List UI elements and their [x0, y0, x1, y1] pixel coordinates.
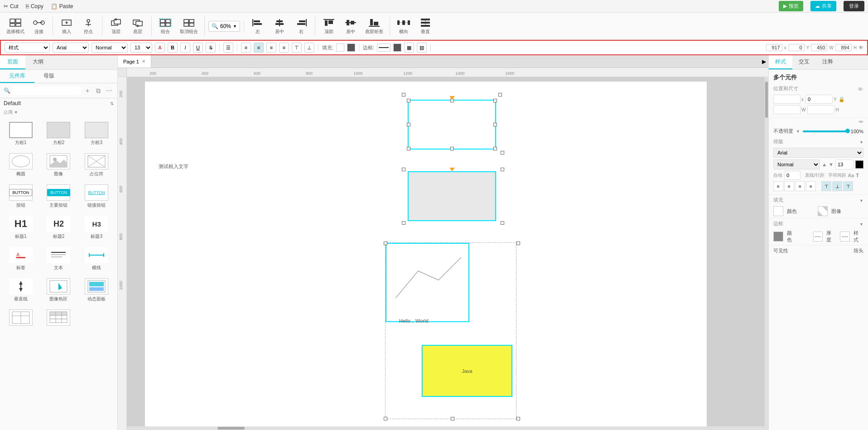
align-right-button[interactable]: 右	[291, 16, 311, 36]
component-box1[interactable]: 方框1	[4, 120, 38, 148]
fill-empty-box[interactable]	[336, 43, 344, 52]
align-top-button[interactable]: 顶部	[319, 16, 339, 36]
inner-box-yellow[interactable]: Java	[422, 345, 512, 397]
style-select[interactable]: 样式	[5, 43, 50, 53]
search-input[interactable]	[12, 87, 81, 95]
text-valign-btm-btn[interactable]: ⊤	[843, 181, 853, 191]
h-input[interactable]	[807, 105, 834, 114]
text-align-left-btn[interactable]: ≡	[773, 181, 783, 191]
right-tab-style[interactable]: 样式	[769, 55, 792, 69]
element-box-2[interactable]	[408, 171, 496, 221]
connect-button[interactable]: 连接	[29, 16, 49, 36]
component-h1[interactable]: H1 标题1	[4, 214, 38, 242]
font-style-select-right[interactable]: Normal	[773, 159, 820, 169]
border-style-box-right[interactable]	[840, 232, 850, 242]
bold-button[interactable]: B	[168, 43, 178, 53]
copy-menu-item[interactable]: ⎘ Copy	[26, 3, 43, 10]
bottom-layer-button[interactable]: 底层	[128, 16, 148, 36]
component-image[interactable]: 图像	[42, 151, 76, 179]
tab-outline[interactable]: 大纲	[25, 55, 51, 69]
italic-button[interactable]: I	[180, 43, 190, 53]
scroll-thumb[interactable]	[765, 82, 768, 118]
text-valign-top-btn[interactable]: ⊤	[821, 181, 831, 191]
text-align-right-btn[interactable]: ≡	[795, 181, 805, 191]
align-text-left-button[interactable]: ≡	[241, 43, 251, 53]
zoom-control[interactable]: 🔍 60% ▼	[208, 21, 240, 32]
list-button[interactable]: ☰	[223, 43, 233, 53]
component-table2[interactable]	[42, 308, 76, 329]
horizontal-scrollbar[interactable]	[127, 426, 765, 430]
component-box3[interactable]: 方框3	[79, 120, 114, 148]
font-color-swatch[interactable]	[855, 160, 863, 169]
align-bottom-button[interactable]: 底部矩形	[362, 16, 386, 36]
font-style-up-icon[interactable]: ▲	[822, 162, 827, 167]
tab-page[interactable]: 页面	[0, 55, 25, 69]
distribute-h-button[interactable]: 横向	[394, 16, 414, 36]
visibility-toggle[interactable]: 👁	[858, 45, 863, 50]
cut-menu-item[interactable]: ✂ Cut	[4, 3, 19, 10]
font-select[interactable]: Arial	[53, 43, 89, 53]
border-color-swatch[interactable]	[393, 43, 401, 52]
paste-menu-item[interactable]: 📋 Paste	[51, 3, 73, 10]
login-button[interactable]: 登录	[844, 1, 864, 11]
insert-button[interactable]: 插入	[57, 16, 77, 36]
visibility-toggle-icon[interactable]: 👁	[858, 86, 863, 93]
sub-tab-components[interactable]: 元件库	[0, 70, 34, 83]
sort-icon[interactable]: ⇅	[110, 101, 114, 106]
component-link-button[interactable]: BUTTON 链接按钮	[79, 183, 114, 210]
font-color-button[interactable]: A	[155, 43, 165, 53]
text-align-center-btn[interactable]: ≡	[784, 181, 794, 191]
y-input[interactable]	[805, 95, 833, 104]
lock-icon[interactable]: 🔒	[839, 97, 845, 102]
component-placeholder[interactable]: 占位符	[79, 151, 114, 179]
component-line[interactable]: 横线	[79, 245, 114, 273]
underline-button[interactable]: U	[193, 43, 203, 53]
component-label[interactable]: A__ 标签	[4, 245, 38, 273]
component-vline[interactable]: 垂直线	[4, 276, 38, 304]
align-text-right-button[interactable]: ≡	[266, 43, 276, 53]
share-button[interactable]: ☁ 共享	[810, 1, 836, 11]
right-tab-notes[interactable]: 注释	[816, 55, 839, 69]
top-layer-button[interactable]: 顶层	[106, 16, 126, 36]
border-thickness-box[interactable]	[813, 232, 823, 242]
scroll-thumb-h[interactable]	[217, 427, 245, 430]
border-side-button1[interactable]: ▦	[404, 43, 414, 53]
font-family-select[interactable]: Arial	[773, 148, 863, 158]
border-style-box[interactable]	[377, 43, 391, 52]
component-primary-button[interactable]: BUTTON 主要按钮	[42, 183, 76, 210]
component-hotspot[interactable]: 图像热区	[42, 276, 76, 304]
fill-image-swatch[interactable]	[818, 206, 828, 216]
auto-value-input[interactable]	[784, 171, 800, 180]
canvas-scroll-right[interactable]: ▶	[759, 58, 768, 65]
anchor-button[interactable]: 控点	[78, 16, 98, 36]
strikethrough-button[interactable]: S̶	[206, 43, 216, 53]
font-size-input[interactable]	[835, 159, 854, 169]
element-group[interactable]: Hello，World Java	[385, 242, 516, 419]
more-options-button[interactable]: ⋯	[105, 86, 114, 95]
canvas-tab-page1[interactable]: Page 1 ✕	[118, 55, 151, 68]
fill-color-swatch[interactable]	[347, 43, 355, 52]
align-text-center-button[interactable]: ≡	[254, 43, 264, 53]
edit-icon[interactable]: ✏	[859, 119, 863, 125]
opacity-slider[interactable]	[803, 130, 848, 132]
w-input[interactable]	[773, 105, 800, 114]
align-text-middle-button[interactable]: ⊥	[304, 43, 314, 53]
add-component-button[interactable]: +	[83, 86, 92, 95]
group-button[interactable]: 组合	[155, 16, 175, 36]
right-tab-interaction[interactable]: 交互	[792, 55, 816, 69]
component-h3[interactable]: H3 标题3	[79, 214, 114, 242]
align-center-h-button[interactable]: 居中	[270, 16, 289, 36]
text-align-justify-btn[interactable]: ≡	[806, 181, 816, 191]
element-box-1[interactable]	[408, 100, 496, 150]
font-style-down-icon[interactable]: ▼	[829, 162, 834, 167]
text-aa-icon[interactable]: Aa	[848, 173, 854, 178]
component-button[interactable]: BUTTON 按钮	[4, 183, 38, 210]
sub-tab-masters[interactable]: 母版	[34, 70, 63, 83]
x-input[interactable]	[773, 95, 800, 104]
font-style-select[interactable]: Normal	[92, 43, 128, 53]
component-h2[interactable]: H2 标题2	[42, 214, 76, 242]
align-left-button[interactable]: 左	[248, 16, 268, 36]
ungroup-button[interactable]: 取消组合	[177, 16, 201, 36]
text-T-icon[interactable]: T	[856, 173, 859, 178]
component-text[interactable]: 文本	[42, 245, 76, 273]
